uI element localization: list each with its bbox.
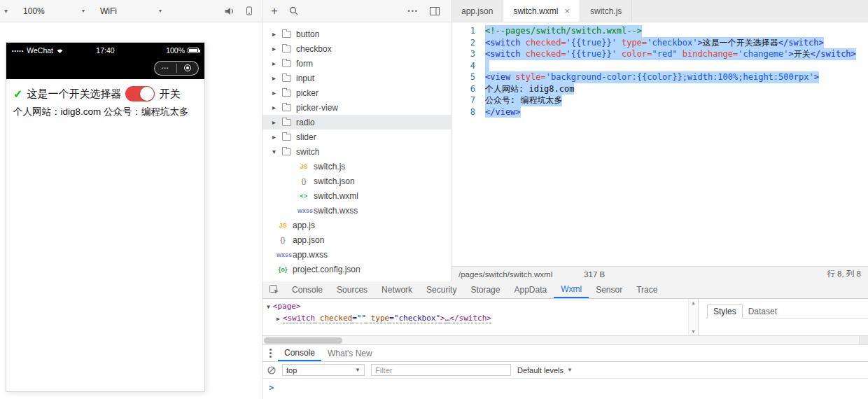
tree-arrow-icon[interactable]: ▸	[272, 30, 281, 38]
editor-statusbar: /pages/switch/switch.wxml 317 B 行 8, 列 8	[451, 266, 868, 281]
file-tree-item[interactable]: {} app.json	[262, 232, 451, 247]
file-tree-item[interactable]: wxss switch.wxss	[262, 203, 451, 218]
code-line[interactable]: 2 <switch checked='{{true}}' type='check…	[451, 37, 868, 49]
tree-arrow-icon[interactable]: ▸	[272, 45, 281, 52]
more-options-icon[interactable]: •••	[408, 8, 419, 15]
file-tree-item[interactable]: ▾ switch	[262, 144, 451, 159]
file-tree-item[interactable]: ▸ picker	[262, 85, 451, 100]
split-layout-icon[interactable]	[430, 7, 440, 15]
file-tree-item[interactable]: ▸ form	[262, 56, 451, 71]
tree-arrow-icon[interactable]: ▸	[272, 133, 281, 141]
tree-arrow-icon[interactable]: ▸	[272, 89, 281, 97]
inspect-element-icon[interactable]	[262, 281, 285, 298]
checkbox-label: 这是一个开关选择器	[27, 88, 121, 101]
scroll-up-icon[interactable]: ▲	[691, 300, 696, 305]
tree-arrow-icon[interactable]: ▸	[272, 59, 281, 67]
console-tabbar: Console What's New	[262, 345, 868, 362]
file-tree-item[interactable]: JS app.js	[262, 218, 451, 232]
devtools-tabs: Console Sources Network Security Storage…	[285, 281, 664, 298]
devtools-tab[interactable]: Sources	[330, 281, 374, 298]
horizontal-scrollbar[interactable]	[262, 335, 868, 345]
code-text: <switch checked='{{true}}' type='checkbo…	[485, 37, 824, 49]
zoom-dropdown[interactable]: 100% ▾	[23, 6, 85, 16]
tab-switch-js[interactable]: switch.js	[580, 0, 632, 22]
file-tree-item[interactable]: ▸ checkbox	[262, 41, 451, 56]
file-name: switch.js	[314, 162, 345, 172]
chevron-down-icon: ▾	[159, 8, 162, 14]
tab-styles[interactable]: Styles	[707, 304, 743, 318]
tab-label: app.json	[461, 6, 493, 16]
tree-arrow-icon[interactable]: ▸	[272, 74, 281, 82]
red-toggle-switch[interactable]	[125, 86, 155, 102]
tab-switch-wxml[interactable]: switch.wxml ×	[503, 0, 580, 22]
wxml-node[interactable]: ▼<page>	[267, 301, 688, 313]
console-prompt[interactable]: >	[262, 379, 868, 393]
file-name: slider	[296, 132, 316, 142]
file-type-icon: {o}	[276, 266, 289, 273]
capsule-menu[interactable]: •••	[154, 61, 199, 76]
vertical-scrollbar[interactable]: ▲ ▼	[688, 299, 698, 335]
code-text: <switch checked='{{true}}' color="red" b…	[485, 48, 856, 60]
devtools-tab[interactable]: Security	[419, 281, 463, 298]
checkbox-checked-icon[interactable]: ✓	[13, 88, 22, 101]
tab-app-json[interactable]: app.json	[451, 0, 503, 22]
tree-arrow-icon[interactable]: ▸	[272, 104, 281, 111]
tab-console[interactable]: Console	[278, 345, 321, 361]
wxml-tree: ▼<page>▶<switch checked="" type="checkbo…	[262, 299, 688, 335]
wxml-node[interactable]: ▶<switch checked="" type="checkbox">…</s…	[276, 313, 688, 325]
toolbar: ▾ 100% ▾ WiFi ▾ +	[0, 0, 868, 22]
tab-label: switch.wxml	[513, 6, 558, 16]
file-tree-item[interactable]: ▸ slider	[262, 130, 451, 144]
file-tree-item[interactable]: {o} project.config.json	[262, 262, 451, 276]
filter-input[interactable]	[371, 364, 511, 376]
code-line[interactable]: 4	[451, 60, 868, 72]
devtools-tab[interactable]: Trace	[629, 281, 664, 298]
devtools-tab[interactable]: Wxml	[554, 281, 589, 298]
devtools-tab[interactable]: Console	[285, 281, 330, 298]
file-tree-item[interactable]: {} switch.json	[262, 174, 451, 188]
tree-arrow-icon[interactable]: ▾	[272, 148, 281, 155]
file-tree-item[interactable]: <> switch.wxml	[262, 188, 451, 203]
code-editor[interactable]: 1 <!--pages/switch/switch.wxml--> 2 <swi…	[451, 22, 868, 266]
context-select[interactable]: top ▼	[282, 364, 365, 376]
file-tree-item[interactable]: ▸ radio	[262, 115, 451, 130]
switch-knob	[140, 87, 154, 101]
network-dropdown[interactable]: WiFi ▾	[100, 6, 162, 16]
file-tree-item[interactable]: wxss app.wxss	[262, 247, 451, 262]
scrollbar-corner	[859, 336, 868, 344]
log-levels-dropdown[interactable]: Default levels ▼	[517, 366, 573, 374]
file-tree-item[interactable]: ▸ picker-view	[262, 100, 451, 115]
devtools-tab[interactable]: Storage	[463, 281, 507, 298]
file-tree-item[interactable]: ▸ button	[262, 27, 451, 41]
collapse-chevron-icon[interactable]: ▾	[4, 7, 8, 15]
add-file-button[interactable]: +	[271, 5, 278, 17]
file-tree-item[interactable]: ▸ input	[262, 71, 451, 85]
file-tree-item[interactable]: JS switch.js	[262, 159, 451, 174]
nav-bar: •••	[6, 57, 204, 79]
menu-dots-icon[interactable]: •••	[155, 66, 176, 70]
file-name: picker-view	[296, 103, 338, 113]
rotate-device-icon[interactable]	[244, 6, 253, 15]
scroll-down-icon[interactable]: ▼	[691, 329, 696, 334]
speaker-icon[interactable]	[225, 7, 234, 15]
code-line[interactable]: 1 <!--pages/switch/switch.wxml-->	[451, 25, 868, 37]
code-line[interactable]: 7 公众号: 编程坑太多	[451, 94, 868, 106]
code-text: </view>	[485, 106, 521, 118]
kebab-menu-icon[interactable]	[262, 345, 278, 361]
code-line[interactable]: 3 <switch checked='{{true}}' color="red"…	[451, 48, 868, 60]
close-icon[interactable]: ×	[564, 6, 570, 15]
devtools-tab[interactable]: Sensor	[589, 281, 629, 298]
clear-console-icon[interactable]	[267, 366, 276, 374]
code-line[interactable]: 6 个人网站: idig8.com	[451, 83, 868, 95]
scrollbar-thumb[interactable]	[264, 337, 342, 344]
tab-dataset[interactable]: Dataset	[743, 305, 783, 318]
code-line[interactable]: 5 <view style='background-color:{{color}…	[451, 71, 868, 83]
tree-arrow-icon[interactable]: ▸	[272, 118, 281, 126]
devtools-tab[interactable]: AppData	[507, 281, 554, 298]
search-icon[interactable]	[289, 6, 298, 15]
tab-whats-new[interactable]: What's New	[321, 345, 379, 361]
home-target-icon[interactable]	[177, 64, 199, 71]
miniprogram-page: ✓ 这是一个开关选择器 开关 个人网站：idig8.com 公众号：编程坑太多	[6, 79, 204, 124]
devtools-tab[interactable]: Network	[374, 281, 419, 298]
code-line[interactable]: 8 </view>	[451, 106, 868, 118]
